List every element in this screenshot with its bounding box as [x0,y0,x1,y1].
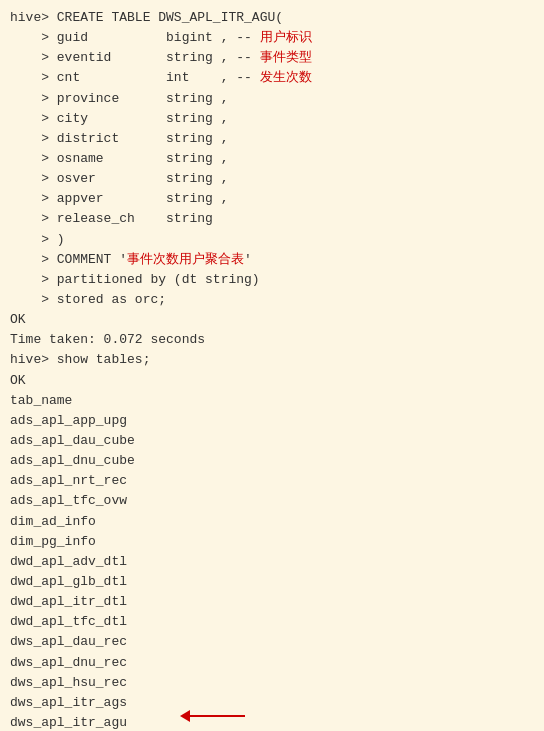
cont-prompt: > [10,169,57,189]
list-item: dws_apl_dau_rec [10,632,534,652]
table-name: dws_apl_dnu_rec [10,653,127,673]
line-stored: > stored as orc; [10,290,534,310]
list-item: ads_apl_app_upg [10,411,534,431]
line-ok1: OK [10,310,534,330]
table-name: dwd_apl_adv_dtl [10,552,127,572]
tab-name-header: tab_name [10,391,72,411]
code-create: CREATE TABLE DWS_APL_ITR_AGU( [57,8,283,28]
line-comment: > COMMENT '事件次数用户聚合表' [10,250,534,270]
line-partitioned: > partitioned by (dt string) [10,270,534,290]
code-comment-quote: ' [244,250,252,270]
terminal: hive> CREATE TABLE DWS_APL_ITR_AGU( > gu… [0,0,544,731]
cont-prompt: > [10,250,57,270]
cont-prompt: > [10,48,57,68]
table-name: ads_apl_app_upg [10,411,127,431]
code-guid: guid bigint , -- [57,28,260,48]
line-create-table: hive> CREATE TABLE DWS_APL_ITR_AGU( [10,8,534,28]
code-show: show tables; [57,350,151,370]
list-item: dwd_apl_tfc_dtl [10,612,534,632]
table-name: dws_apl_dau_rec [10,632,127,652]
list-item: ads_apl_dnu_cube [10,451,534,471]
table-name: dim_pg_info [10,532,96,552]
list-item: ads_apl_dau_cube [10,431,534,451]
prompt-2: hive> [10,350,57,370]
cont-prompt: > [10,28,57,48]
code-eventid: eventid string , -- [57,48,260,68]
code-province: province string , [57,89,229,109]
list-item: dws_apl_dnu_rec [10,653,534,673]
list-item: dwd_apl_adv_dtl [10,552,534,572]
line-province: > province string , [10,89,534,109]
code-district: district string , [57,129,229,149]
table-name: dim_ad_info [10,512,96,532]
comment-cnt: 发生次数 [260,68,312,88]
table-name: dwd_apl_glb_dtl [10,572,127,592]
table-name: ads_apl_dnu_cube [10,451,135,471]
line-eventid: > eventid string , -- 事件类型 [10,48,534,68]
list-item: dws_apl_itr_ags [10,693,534,713]
code-appver: appver string , [57,189,229,209]
ok-text: OK [10,310,26,330]
prompt: hive> [10,8,57,28]
line-city: > city string , [10,109,534,129]
line-osname: > osname string , [10,149,534,169]
code-cnt: cnt int , -- [57,68,260,88]
line-osver: > osver string , [10,169,534,189]
list-item: dwd_apl_itr_dtl [10,592,534,612]
line-ok2: OK [10,371,534,391]
code-partitioned: partitioned by (dt string) [57,270,260,290]
cont-prompt: > [10,89,57,109]
table-name: ads_apl_tfc_ovw [10,491,127,511]
list-item: ads_apl_nrt_rec [10,471,534,491]
list-item: dws_apl_hsu_rec [10,673,534,693]
table-name: dws_apl_itr_ags [10,693,127,713]
arrow-icon [190,715,245,717]
code-city: city string , [57,109,229,129]
list-item: dwd_apl_glb_dtl [10,572,534,592]
cont-prompt: > [10,209,57,229]
line-show-tables: hive> show tables; [10,350,534,370]
cont-prompt: > [10,290,57,310]
table-name: ads_apl_dau_cube [10,431,135,451]
cont-prompt: > [10,270,57,290]
ok-text-2: OK [10,371,26,391]
code-comment-kw: COMMENT ' [57,250,127,270]
line-close-paren: > ) [10,230,534,250]
line-cnt: > cnt int , -- 发生次数 [10,68,534,88]
comment-value: 事件次数用户聚合表 [127,250,244,270]
list-item-highlighted: dws_apl_itr_agu [10,713,534,731]
table-name: dws_apl_hsu_rec [10,673,127,693]
code-stored: stored as orc; [57,290,166,310]
cont-prompt: > [10,109,57,129]
table-name: dwd_apl_tfc_dtl [10,612,127,632]
list-item: dim_ad_info [10,512,534,532]
line-time1: Time taken: 0.072 seconds [10,330,534,350]
list-item: ads_apl_tfc_ovw [10,491,534,511]
cont-prompt: > [10,230,57,250]
code-close: ) [57,230,65,250]
code-osver: osver string , [57,169,229,189]
code-osname: osname string , [57,149,229,169]
cont-prompt: > [10,189,57,209]
line-district: > district string , [10,129,534,149]
comment-guid: 用户标识 [260,28,312,48]
line-release-ch: > release_ch string [10,209,534,229]
cont-prompt: > [10,68,57,88]
time-text-1: Time taken: 0.072 seconds [10,330,205,350]
table-name: dwd_apl_itr_dtl [10,592,127,612]
cont-prompt: > [10,149,57,169]
table-name: ads_apl_nrt_rec [10,471,127,491]
code-release-ch: release_ch string [57,209,213,229]
line-tab-name: tab_name [10,391,534,411]
cont-prompt: > [10,129,57,149]
line-guid: > guid bigint , -- 用户标识 [10,28,534,48]
comment-eventid: 事件类型 [260,48,312,68]
line-appver: > appver string , [10,189,534,209]
table-name-highlighted: dws_apl_itr_agu [10,713,127,731]
list-item: dim_pg_info [10,532,534,552]
